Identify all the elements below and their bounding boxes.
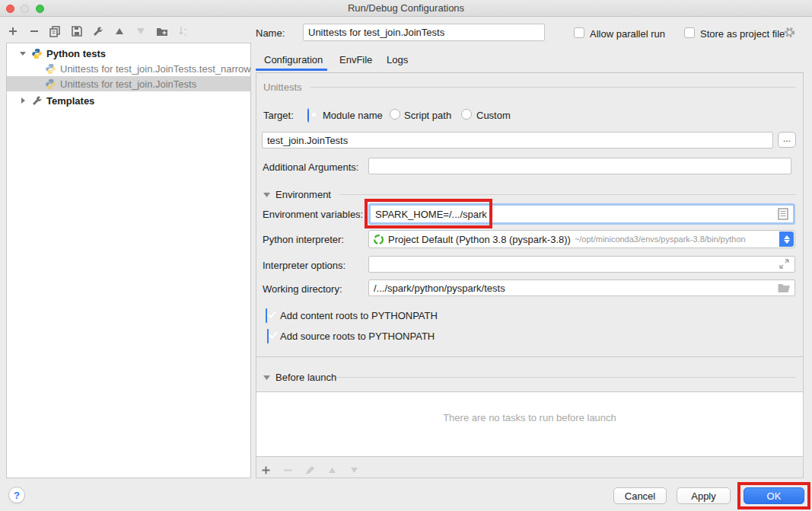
group-divider <box>336 377 796 378</box>
additional-arguments-input[interactable] <box>368 158 791 174</box>
store-as-project-file-checkbox[interactable] <box>684 27 695 38</box>
tab-configuration[interactable]: Configuration <box>264 54 323 65</box>
tree-item-label: Unittests for test_join.JoinTests <box>60 78 196 90</box>
cancel-button[interactable]: Cancel <box>613 487 667 504</box>
environment-variables-label: Environment variables: <box>263 209 363 220</box>
name-input[interactable] <box>303 24 545 41</box>
active-tab-indicator <box>256 69 327 71</box>
copy-configuration-icon[interactable] <box>49 25 62 38</box>
remove-configuration-icon[interactable] <box>27 25 40 38</box>
apply-button[interactable]: Apply <box>677 487 731 504</box>
allow-parallel-run-label: Allow parallel run <box>590 28 665 40</box>
browse-button[interactable]: ... <box>778 132 796 148</box>
gear-icon[interactable] <box>783 26 796 42</box>
conda-environment-icon <box>373 234 384 245</box>
interpreter-value: Project Default (Python 3.8 (pyspark-3.8… <box>388 234 571 245</box>
remove-task-icon <box>282 464 295 477</box>
environment-variables-input[interactable]: SPARK_HOME=/.../spark <box>368 203 795 225</box>
working-directory-input[interactable] <box>368 279 795 296</box>
store-as-project-file-label: Store as project file <box>700 28 785 40</box>
target-label: Target: <box>263 110 294 121</box>
target-script-path-radio[interactable] <box>390 109 400 120</box>
wrench-icon <box>31 95 43 107</box>
add-content-roots-checkbox[interactable] <box>266 308 267 323</box>
tree-item-python-tests[interactable]: Python tests <box>7 46 250 61</box>
configurations-toolbar: az <box>6 23 189 40</box>
environment-variables-value: SPARK_HOME=/.../spark <box>371 209 778 220</box>
configurations-tree: Python tests Unittests for test_join.Joi… <box>6 43 251 478</box>
tree-item-label: Templates <box>46 95 94 107</box>
interpreter-options-label: Interpreter options: <box>263 260 345 271</box>
add-source-roots-checkbox[interactable] <box>267 329 269 343</box>
target-module-name-label: Module name <box>323 110 383 121</box>
svg-text:z: z <box>184 32 186 37</box>
add-content-roots-label: Add content roots to PYTHONPATH <box>280 310 438 321</box>
svg-text:a: a <box>184 27 187 31</box>
environment-section-title: Environment <box>275 189 331 200</box>
ok-button[interactable]: OK <box>744 487 804 504</box>
edit-task-icon <box>304 464 317 477</box>
working-directory-label: Working directory: <box>263 283 342 295</box>
additional-arguments-label: Additional Arguments: <box>263 161 358 173</box>
target-value-input[interactable] <box>262 132 773 149</box>
target-custom-label: Custom <box>476 110 511 121</box>
interpreter-path: ~/opt/miniconda3/envs/pyspark-3.8/bin/py… <box>575 235 746 244</box>
new-folder-icon[interactable] <box>155 25 168 38</box>
python-test-icon <box>45 63 56 75</box>
collapse-environment-icon[interactable] <box>263 192 270 198</box>
tree-item-templates[interactable]: Templates <box>7 93 250 108</box>
python-interpreter-select[interactable]: Project Default (Python 3.8 (pyspark-3.8… <box>368 230 795 248</box>
before-launch-empty-text: There are no tasks to run before launch <box>256 412 804 423</box>
edit-templates-icon[interactable] <box>91 25 104 38</box>
before-launch-section-title: Before launch <box>275 372 336 383</box>
tree-item-test-narrow[interactable]: Unittests for test_join.JoinTests.test_n… <box>7 61 250 76</box>
tab-envfile[interactable]: EnvFile <box>339 54 372 65</box>
help-button[interactable]: ? <box>8 487 25 503</box>
sort-alphabetically-icon: az <box>177 25 189 38</box>
title-bar: Run/Debug Configurations <box>0 0 812 17</box>
tree-item-label: Python tests <box>46 48 106 59</box>
target-module-name-radio[interactable] <box>307 108 309 123</box>
interpreter-options-input[interactable] <box>368 256 795 273</box>
expand-field-icon[interactable] <box>779 259 789 269</box>
section-divider <box>256 356 804 357</box>
python-test-icon <box>45 78 56 90</box>
move-up-icon[interactable] <box>113 25 126 38</box>
before-launch-toolbar <box>260 464 361 477</box>
show-variables-icon[interactable] <box>778 208 788 220</box>
before-launch-task-list[interactable] <box>256 391 804 457</box>
name-label: Name: <box>256 27 285 39</box>
tree-item-jointests-selected[interactable]: Unittests for test_join.JoinTests <box>7 76 250 91</box>
target-script-path-label: Script path <box>404 110 451 121</box>
tab-logs[interactable]: Logs <box>387 54 408 65</box>
interpreter-dropdown-stepper[interactable] <box>779 232 794 247</box>
chevron-right-icon[interactable] <box>19 97 27 104</box>
folder-icon[interactable] <box>778 283 791 292</box>
target-custom-radio[interactable] <box>461 109 472 120</box>
tree-item-label: Unittests for test_join.JoinTests.test_n… <box>60 63 250 75</box>
move-task-up-icon <box>326 464 339 477</box>
save-configuration-icon[interactable] <box>70 25 83 38</box>
unittests-group-title: Unittests <box>263 81 302 93</box>
window-title: Run/Debug Configurations <box>0 2 812 14</box>
chevron-down-icon[interactable] <box>19 50 27 57</box>
add-task-icon[interactable] <box>260 464 272 477</box>
group-divider <box>310 87 796 88</box>
group-divider <box>339 194 796 195</box>
help-label: ? <box>14 490 20 501</box>
allow-parallel-run-checkbox[interactable] <box>574 27 584 38</box>
python-interpreter-label: Python interpreter: <box>263 234 344 245</box>
collapse-before-launch-icon[interactable] <box>263 375 270 381</box>
add-configuration-icon[interactable] <box>6 25 19 38</box>
add-source-roots-label: Add source roots to PYTHONPATH <box>280 331 435 342</box>
move-down-icon <box>134 25 147 38</box>
python-icon <box>31 48 43 59</box>
move-task-down-icon <box>348 464 361 477</box>
